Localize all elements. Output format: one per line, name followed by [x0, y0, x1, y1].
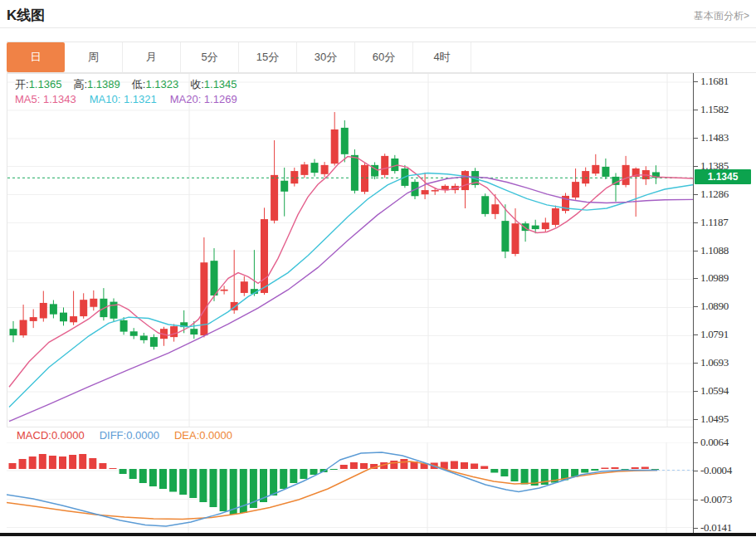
axis-tick	[694, 194, 698, 195]
tab-日[interactable]: 日	[7, 42, 65, 72]
macd-bar	[480, 466, 488, 470]
tab-15分[interactable]: 15分	[239, 42, 297, 72]
axis-label: 1.0594	[700, 384, 754, 398]
candle	[422, 190, 429, 194]
candle	[381, 156, 388, 175]
axis-tick	[694, 166, 698, 167]
macd-svg	[7, 442, 693, 535]
macd-bar	[169, 469, 177, 492]
axis-label: 1.0890	[700, 300, 754, 313]
axis-tick	[694, 442, 698, 443]
candle	[241, 281, 248, 293]
axis-label: 1.0989	[700, 271, 754, 285]
axis-tick	[694, 278, 698, 279]
fundamental-analysis-link[interactable]: 基本面分析>	[694, 9, 749, 23]
ma10-line	[9, 173, 694, 408]
axis-tick	[694, 222, 698, 223]
candle	[622, 165, 630, 185]
macd-legend-row: MACD:0.0000DIFF:0.0000DEA:0.0000	[17, 429, 247, 442]
macd-bar	[99, 463, 106, 469]
candle	[60, 313, 67, 322]
page-title: K线图	[7, 6, 45, 25]
ohlc-info-row: 开:1.1365高:1.1389低:1.1323收:1.1345	[15, 77, 249, 92]
macd-bar	[19, 459, 27, 469]
tab-周[interactable]: 周	[65, 42, 123, 72]
macd-bar	[119, 469, 127, 474]
macd-bar	[641, 467, 649, 470]
high-label: 高:	[73, 78, 87, 90]
candle	[461, 171, 469, 190]
axis-label: 1.1483	[700, 131, 754, 144]
candle	[582, 171, 589, 183]
macd-bar	[149, 469, 157, 486]
candle	[512, 223, 519, 254]
candle	[80, 300, 87, 316]
candle	[432, 190, 439, 192]
macd-bar	[390, 461, 398, 469]
axis-tick	[694, 81, 698, 82]
axis-label: 1.1187	[700, 216, 754, 229]
axis-tick	[694, 251, 698, 251]
tab-60分[interactable]: 60分	[355, 42, 413, 72]
bottom-border-bar	[0, 533, 756, 536]
axis-tick	[694, 363, 698, 364]
axis-label: 1.1582	[700, 103, 754, 116]
candle	[150, 337, 158, 347]
candle	[361, 165, 368, 192]
macd-bar	[500, 469, 508, 476]
candle	[110, 302, 118, 319]
diff-value-label: DIFF:0.0000	[100, 429, 159, 442]
candle	[10, 329, 17, 335]
dea-value-label: DEA:0.0000	[174, 429, 232, 442]
axis-tick	[694, 306, 698, 307]
macd-bar	[471, 464, 478, 470]
candle	[491, 204, 499, 214]
macd-bar	[350, 462, 358, 469]
macd-bar	[632, 467, 639, 469]
macd-bar	[601, 468, 608, 470]
candle	[40, 303, 47, 319]
candle	[190, 329, 198, 334]
axis-label: 1.0495	[700, 413, 754, 426]
macd-bar	[89, 458, 96, 469]
candle	[50, 304, 57, 314]
axis-label: 1.1088	[700, 244, 754, 257]
candle	[90, 299, 97, 307]
open-value: 1.1365	[29, 78, 62, 90]
low-value: 1.1323	[145, 78, 178, 90]
axis-label: -0.0073	[700, 493, 754, 506]
tab-4时[interactable]: 4时	[413, 42, 471, 72]
high-value: 1.1389	[87, 78, 120, 90]
macd-bar	[461, 462, 468, 469]
candle	[30, 317, 37, 321]
ma20-legend: MA20: 1.1269	[170, 93, 237, 105]
macd-bar	[59, 456, 66, 469]
macd-bar	[129, 469, 137, 479]
current-price-tag: 1.1345	[695, 169, 751, 184]
tab-5分[interactable]: 5分	[181, 42, 239, 72]
macd-bar	[270, 469, 277, 496]
macd-bar	[511, 469, 519, 481]
candle	[341, 128, 349, 154]
kline-widget: K线图 基本面分析> 日周月5分15分30分60分4时 开:1.1365高:1.…	[0, 0, 756, 537]
tab-月[interactable]: 月	[123, 42, 181, 72]
axis-tick	[694, 334, 698, 335]
ma-legend-row: MA5: 1.1343MA10: 1.1321MA20: 1.1269	[15, 93, 251, 105]
macd-bar	[49, 456, 56, 469]
main-chart-area[interactable]	[7, 73, 694, 427]
macd-chart-area[interactable]	[7, 442, 693, 535]
candle	[592, 165, 599, 173]
macd-bar	[360, 463, 368, 469]
candle	[351, 155, 358, 191]
candle	[170, 326, 178, 337]
close-label: 收:	[190, 78, 204, 90]
axis-label: 0.0064	[700, 436, 754, 449]
tab-30分[interactable]: 30分	[297, 42, 355, 72]
candle	[221, 290, 228, 291]
macd-bar	[300, 469, 307, 479]
macd-bar	[340, 465, 348, 469]
axis-tick	[694, 471, 698, 471]
macd-bar	[110, 468, 117, 469]
macd-bar	[310, 469, 318, 475]
candlestick-svg	[7, 74, 694, 427]
